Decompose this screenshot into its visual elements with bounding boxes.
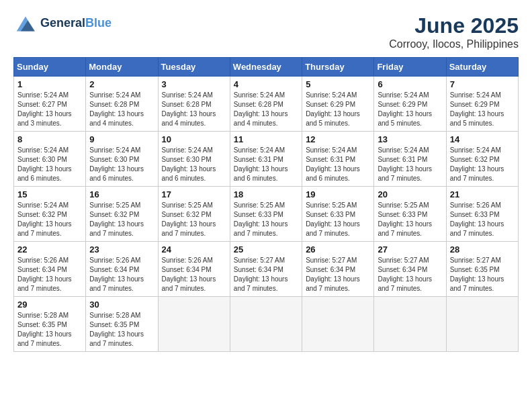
day-number: 12 xyxy=(306,134,370,144)
calendar-cell: 10Sunrise: 5:24 AMSunset: 6:30 PMDayligh… xyxy=(158,132,230,187)
day-info: Sunrise: 5:24 AMSunset: 6:27 PMDaylight:… xyxy=(17,91,82,128)
calendar-cell: 28Sunrise: 5:27 AMSunset: 6:35 PMDayligh… xyxy=(446,242,518,297)
calendar-cell: 3Sunrise: 5:24 AMSunset: 6:28 PMDaylight… xyxy=(158,77,230,132)
day-info: Sunrise: 5:24 AMSunset: 6:31 PMDaylight:… xyxy=(234,146,298,183)
day-number: 4 xyxy=(234,79,298,89)
day-number: 27 xyxy=(378,244,442,255)
day-number: 16 xyxy=(89,189,154,199)
calendar-cell: 12Sunrise: 5:24 AMSunset: 6:31 PMDayligh… xyxy=(302,132,374,187)
calendar-cell: 22Sunrise: 5:26 AMSunset: 6:34 PMDayligh… xyxy=(14,242,86,297)
day-info: Sunrise: 5:24 AMSunset: 6:29 PMDaylight:… xyxy=(450,91,515,128)
day-info: Sunrise: 5:27 AMSunset: 6:34 PMDaylight:… xyxy=(306,256,370,293)
calendar-cell: 23Sunrise: 5:26 AMSunset: 6:34 PMDayligh… xyxy=(86,242,158,297)
day-info: Sunrise: 5:25 AMSunset: 6:33 PMDaylight:… xyxy=(234,201,298,238)
calendar-cell xyxy=(302,297,374,352)
calendar-week-2: 8Sunrise: 5:24 AMSunset: 6:30 PMDaylight… xyxy=(14,132,519,187)
day-info: Sunrise: 5:24 AMSunset: 6:28 PMDaylight:… xyxy=(234,91,298,128)
title-area: June 2025 Corrooy, Ilocos, Philippines xyxy=(389,13,519,50)
main-title: June 2025 xyxy=(389,13,519,38)
day-info: Sunrise: 5:25 AMSunset: 6:33 PMDaylight:… xyxy=(378,201,442,238)
calendar-cell: 8Sunrise: 5:24 AMSunset: 6:30 PMDaylight… xyxy=(14,132,86,187)
calendar-week-4: 22Sunrise: 5:26 AMSunset: 6:34 PMDayligh… xyxy=(14,242,519,297)
col-friday: Friday xyxy=(374,58,446,77)
day-number: 21 xyxy=(450,189,515,199)
col-saturday: Saturday xyxy=(446,58,518,77)
calendar-cell xyxy=(230,297,302,352)
day-number: 24 xyxy=(162,244,226,255)
calendar-cell: 9Sunrise: 5:24 AMSunset: 6:30 PMDaylight… xyxy=(86,132,158,187)
day-number: 9 xyxy=(89,134,154,144)
calendar-cell: 2Sunrise: 5:24 AMSunset: 6:28 PMDaylight… xyxy=(86,77,158,132)
day-info: Sunrise: 5:24 AMSunset: 6:30 PMDaylight:… xyxy=(162,146,226,183)
day-info: Sunrise: 5:24 AMSunset: 6:32 PMDaylight:… xyxy=(450,146,515,183)
calendar-cell: 18Sunrise: 5:25 AMSunset: 6:33 PMDayligh… xyxy=(230,187,302,242)
calendar-header: Sunday Monday Tuesday Wednesday Thursday… xyxy=(14,58,519,77)
day-number: 5 xyxy=(306,79,370,89)
day-info: Sunrise: 5:25 AMSunset: 6:32 PMDaylight:… xyxy=(162,201,226,238)
day-number: 26 xyxy=(306,244,370,255)
day-info: Sunrise: 5:26 AMSunset: 6:33 PMDaylight:… xyxy=(450,201,515,238)
day-info: Sunrise: 5:26 AMSunset: 6:34 PMDaylight:… xyxy=(162,256,226,293)
calendar-cell: 25Sunrise: 5:27 AMSunset: 6:34 PMDayligh… xyxy=(230,242,302,297)
calendar-cell: 11Sunrise: 5:24 AMSunset: 6:31 PMDayligh… xyxy=(230,132,302,187)
day-number: 3 xyxy=(162,79,226,89)
day-info: Sunrise: 5:24 AMSunset: 6:30 PMDaylight:… xyxy=(89,146,154,183)
day-number: 30 xyxy=(89,300,154,310)
day-number: 29 xyxy=(17,300,82,310)
day-number: 28 xyxy=(450,244,515,255)
day-info: Sunrise: 5:27 AMSunset: 6:35 PMDaylight:… xyxy=(450,256,515,293)
calendar-cell: 15Sunrise: 5:24 AMSunset: 6:32 PMDayligh… xyxy=(14,187,86,242)
col-sunday: Sunday xyxy=(14,58,86,77)
calendar-cell: 30Sunrise: 5:28 AMSunset: 6:35 PMDayligh… xyxy=(86,297,158,352)
day-number: 23 xyxy=(89,244,154,255)
day-number: 1 xyxy=(17,79,82,89)
day-info: Sunrise: 5:24 AMSunset: 6:29 PMDaylight:… xyxy=(306,91,370,128)
day-number: 15 xyxy=(17,189,82,199)
calendar-cell: 6Sunrise: 5:24 AMSunset: 6:29 PMDaylight… xyxy=(374,77,446,132)
day-info: Sunrise: 5:24 AMSunset: 6:32 PMDaylight:… xyxy=(17,201,82,238)
calendar-cell: 4Sunrise: 5:24 AMSunset: 6:28 PMDaylight… xyxy=(230,77,302,132)
calendar-cell: 20Sunrise: 5:25 AMSunset: 6:33 PMDayligh… xyxy=(374,187,446,242)
col-tuesday: Tuesday xyxy=(158,58,230,77)
subtitle: Corrooy, Ilocos, Philippines xyxy=(389,38,519,50)
col-thursday: Thursday xyxy=(302,58,374,77)
logo-text: GeneralBlue xyxy=(40,17,112,30)
day-number: 14 xyxy=(450,134,515,144)
logo-icon xyxy=(13,13,38,34)
calendar-cell: 26Sunrise: 5:27 AMSunset: 6:34 PMDayligh… xyxy=(302,242,374,297)
header: GeneralBlue June 2025 Corrooy, Ilocos, P… xyxy=(13,13,519,50)
calendar-cell: 27Sunrise: 5:27 AMSunset: 6:34 PMDayligh… xyxy=(374,242,446,297)
calendar-cell: 5Sunrise: 5:24 AMSunset: 6:29 PMDaylight… xyxy=(302,77,374,132)
day-number: 11 xyxy=(234,134,298,144)
calendar-week-3: 15Sunrise: 5:24 AMSunset: 6:32 PMDayligh… xyxy=(14,187,519,242)
day-info: Sunrise: 5:27 AMSunset: 6:34 PMDaylight:… xyxy=(378,256,442,293)
calendar-body: 1Sunrise: 5:24 AMSunset: 6:27 PMDaylight… xyxy=(14,77,519,352)
calendar-cell: 13Sunrise: 5:24 AMSunset: 6:31 PMDayligh… xyxy=(374,132,446,187)
calendar-cell: 21Sunrise: 5:26 AMSunset: 6:33 PMDayligh… xyxy=(446,187,518,242)
calendar-cell: 19Sunrise: 5:25 AMSunset: 6:33 PMDayligh… xyxy=(302,187,374,242)
day-number: 2 xyxy=(89,79,154,89)
col-wednesday: Wednesday xyxy=(230,58,302,77)
day-info: Sunrise: 5:24 AMSunset: 6:31 PMDaylight:… xyxy=(306,146,370,183)
col-monday: Monday xyxy=(86,58,158,77)
calendar-cell: 29Sunrise: 5:28 AMSunset: 6:35 PMDayligh… xyxy=(14,297,86,352)
calendar: Sunday Monday Tuesday Wednesday Thursday… xyxy=(13,57,519,352)
calendar-cell: 7Sunrise: 5:24 AMSunset: 6:29 PMDaylight… xyxy=(446,77,518,132)
day-number: 19 xyxy=(306,189,370,199)
calendar-cell: 14Sunrise: 5:24 AMSunset: 6:32 PMDayligh… xyxy=(446,132,518,187)
day-number: 8 xyxy=(17,134,82,144)
calendar-cell xyxy=(374,297,446,352)
day-number: 20 xyxy=(378,189,442,199)
calendar-week-5: 29Sunrise: 5:28 AMSunset: 6:35 PMDayligh… xyxy=(14,297,519,352)
day-number: 25 xyxy=(234,244,298,255)
day-info: Sunrise: 5:24 AMSunset: 6:30 PMDaylight:… xyxy=(17,146,82,183)
day-info: Sunrise: 5:25 AMSunset: 6:33 PMDaylight:… xyxy=(306,201,370,238)
day-info: Sunrise: 5:26 AMSunset: 6:34 PMDaylight:… xyxy=(17,256,82,293)
day-info: Sunrise: 5:27 AMSunset: 6:34 PMDaylight:… xyxy=(234,256,298,293)
calendar-cell: 17Sunrise: 5:25 AMSunset: 6:32 PMDayligh… xyxy=(158,187,230,242)
calendar-cell: 16Sunrise: 5:25 AMSunset: 6:32 PMDayligh… xyxy=(86,187,158,242)
calendar-cell: 24Sunrise: 5:26 AMSunset: 6:34 PMDayligh… xyxy=(158,242,230,297)
day-number: 10 xyxy=(162,134,226,144)
day-number: 18 xyxy=(234,189,298,199)
day-info: Sunrise: 5:24 AMSunset: 6:28 PMDaylight:… xyxy=(162,91,226,128)
